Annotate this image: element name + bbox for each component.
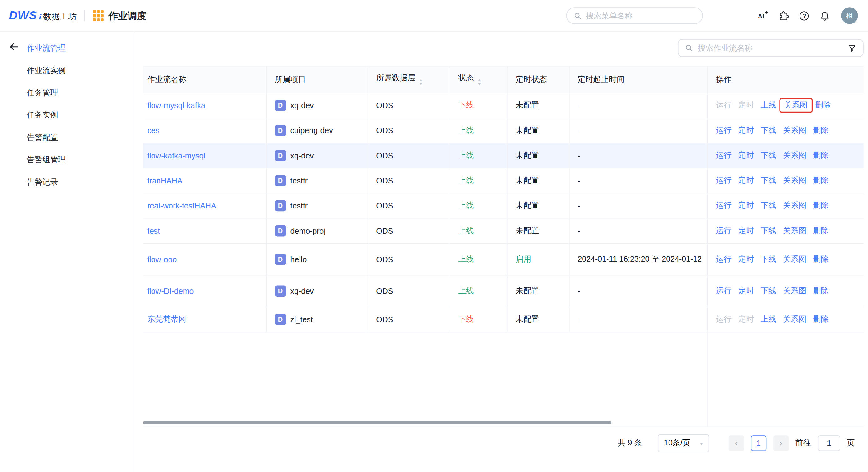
timer-status-text: 未配置 [516,226,539,235]
workflow-search-input[interactable] [698,43,843,53]
column-header: 所属项目 [266,66,368,93]
workflow-search-box[interactable] [678,39,864,57]
data-layer-cell: ODS [368,193,450,218]
notifications-button[interactable] [818,9,831,23]
column-header[interactable]: 状态▲▼ [450,66,507,93]
action-link[interactable]: 运行 [716,254,732,264]
horizontal-scrollbar[interactable] [143,421,612,424]
action-link[interactable]: 下线 [761,226,776,236]
action-link[interactable]: 下线 [761,176,776,186]
brand-logo[interactable]: DWS i 数据工坊 [9,9,77,23]
sort-icons[interactable]: ▲▼ [419,78,423,86]
project-badge: D [275,125,286,136]
action-link[interactable]: 删除 [813,226,829,236]
action-link[interactable]: 删除 [813,254,829,264]
sidebar-item[interactable]: 任务实例 [0,104,134,127]
sidebar-item[interactable]: 告警配置 [0,127,134,149]
workflow-name-link[interactable]: 东莞梵蒂冈 [147,314,186,323]
action-link[interactable]: 运行 [716,151,732,161]
filter-funnel-icon[interactable] [847,43,857,53]
action-link[interactable]: 运行 [716,201,732,211]
timer-status-cell: 未配置 [507,307,569,332]
sort-icons[interactable]: ▲▼ [477,78,481,86]
action-link[interactable]: 删除 [813,176,829,186]
next-page-button[interactable]: › [773,435,789,451]
prev-page-button[interactable]: ‹ [728,435,744,451]
current-page-button[interactable]: 1 [751,435,766,451]
action-link[interactable]: 关系图 [784,100,807,109]
ai-assistant-button[interactable]: AI [756,9,769,23]
action-link[interactable]: 删除 [815,100,831,111]
sidebar-item[interactable]: 作业流实例 [0,60,134,82]
action-link[interactable]: 下线 [761,286,776,296]
action-link[interactable]: 定时 [738,226,754,236]
workflow-name-link[interactable]: ces [147,126,159,135]
workflow-name-link[interactable]: flow-mysql-kafka [147,101,206,110]
time-range-cell: - [569,118,707,143]
action-link[interactable]: 运行 [716,226,732,236]
page-size-select[interactable]: 10条/页 ▾ [657,435,709,452]
action-link[interactable]: 删除 [813,314,829,324]
action-link[interactable]: 运行 [716,176,732,186]
action-link[interactable]: 关系图 [783,201,806,211]
action-link[interactable]: 关系图 [783,151,806,161]
column-label: 定时起止时间 [578,74,624,84]
action-link[interactable]: 删除 [813,286,829,296]
help-button[interactable]: ? [797,9,810,23]
action-link[interactable]: 下线 [761,151,776,161]
workflow-name-link[interactable]: flow-ooo [147,255,177,264]
workflow-name-link[interactable]: franHAHA [147,176,182,185]
action-link[interactable]: 定时 [738,286,754,296]
data-layer-cell: ODS [368,118,450,143]
action-link[interactable]: 删除 [813,151,829,161]
timer-status-cell: 未配置 [507,193,569,218]
action-link[interactable]: 定时 [738,125,754,135]
sidebar-item[interactable]: 告警记录 [0,171,134,193]
actions-cell: 运行定时下线关系图删除 [707,193,864,218]
action-links: 运行定时下线关系图删除 [716,226,855,236]
column-label: 所属数据层 [376,73,415,82]
project-name: hello [290,255,307,264]
data-layer-cell: ODS [368,143,450,168]
action-link[interactable]: 上线 [761,100,776,111]
sidebar-item[interactable]: 告警组管理 [0,149,134,171]
workflow-table: 作业流名称所属项目所属数据层▲▼状态▲▼定时状态定时起止时间操作 flow-my… [143,66,864,333]
action-link[interactable]: 定时 [738,176,754,186]
goto-page-input[interactable] [818,435,840,451]
action-link[interactable]: 下线 [761,201,776,211]
action-link[interactable]: 运行 [716,286,732,296]
action-link[interactable]: 关系图 [783,254,806,264]
project-name: demo-proj [290,226,326,235]
annotation-highlight-box: 关系图 [779,98,812,113]
menu-search-box[interactable] [566,7,703,24]
status-cell: 上线 [450,118,507,143]
main-content: 作业流名称所属项目所属数据层▲▼状态▲▼定时状态定时起止时间操作 flow-my… [134,32,868,472]
action-link[interactable]: 定时 [738,151,754,161]
action-link[interactable]: 运行 [716,125,732,135]
menu-search-input[interactable] [586,11,695,20]
actions-cell: 运行定时上线关系图删除 [707,93,864,118]
action-link[interactable]: 关系图 [783,176,806,186]
action-link[interactable]: 删除 [813,201,829,211]
column-header[interactable]: 所属数据层▲▼ [368,66,450,93]
action-link[interactable]: 关系图 [783,314,806,324]
action-link[interactable]: 定时 [738,201,754,211]
action-link[interactable]: 上线 [761,314,776,324]
plugins-button[interactable] [776,9,790,23]
workflow-name-link[interactable]: flow-kafka-mysql [147,151,206,160]
sidebar-item[interactable]: 任务管理 [0,82,134,104]
action-link[interactable]: 下线 [761,125,776,135]
action-link[interactable]: 删除 [813,125,829,135]
action-link[interactable]: 关系图 [783,226,806,236]
workflow-name-link[interactable]: real-work-testHAHA [147,201,216,210]
user-avatar[interactable]: 租 [841,7,858,24]
action-link[interactable]: 关系图 [783,125,806,135]
action-link[interactable]: 下线 [761,254,776,264]
status-text: 上线 [458,151,474,160]
status-cell: 上线 [450,193,507,218]
action-link[interactable]: 定时 [738,254,754,264]
workflow-name-link[interactable]: test [147,226,160,235]
back-button[interactable] [6,40,21,54]
action-link[interactable]: 关系图 [783,286,806,296]
workflow-name-link[interactable]: flow-DI-demo [147,287,194,296]
